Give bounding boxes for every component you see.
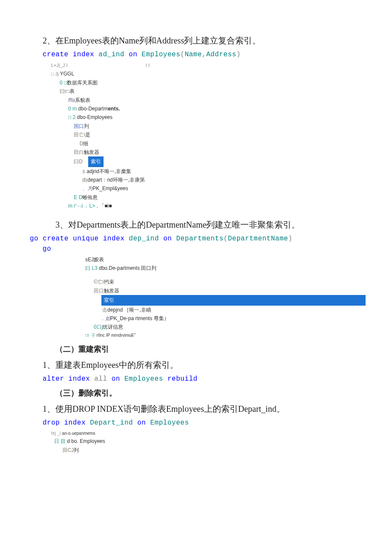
tree-label: 约束 [104,279,114,285]
kw-go: go [43,245,51,253]
kw-all: all [94,375,111,383]
tree-glyph: □ 2 [68,114,77,120]
tree-row: 室引 [85,295,371,305]
kw-create: create index [43,51,98,58]
tree-label: 列 [74,447,79,453]
tree-glyph: E D [74,194,82,200]
section-3-title: 3、对Departments表上的DepartmentName列建立唯一非聚集索… [55,219,371,231]
tree-row: l±j _i an-o.uepanmems [51,429,371,437]
tree-label: YGGL [60,71,74,77]
kw-on: on [112,375,124,383]
tree-glyph: 0 m [68,106,78,112]
tree-glyph: m r'﹁і 」L> [68,203,95,209]
tree-glyph: 击 [102,307,107,313]
tree-glyph: ©亡i [94,279,104,285]
tree-row: ©亡i约束 [85,278,371,286]
tree-label: adjrid不唯一,非糜集 [86,168,131,174]
tree-label: dbo-Employees [77,114,112,120]
open-paren: ( [180,51,184,58]
tree-label: 列 [84,123,89,129]
drop-title: 1、使用DROP INDEX语句删除表Employees上的索引Depart_i… [43,403,371,415]
tree-row: D细 [51,139,371,148]
tree-label: rIInc IP mrndrvimuE" [95,333,136,338]
tree-label-selected: 索引 [88,156,104,167]
kw-create: create unique index [43,235,129,243]
tree-label: dbo.De-partments 田口列 [99,265,156,271]
kw-drop: drop index [43,419,90,427]
tree-row [85,272,371,278]
tree-glyph: . 如 [102,315,110,321]
tree-row: □i 子 rIInc IP mrndrvimuE" [85,332,371,339]
idx-name: Depart_ind [90,419,137,427]
tree-glyph: □ Jj [51,71,60,76]
subsection-rebuild-heading: （二）重建索引 [55,344,371,354]
tree-row: ± adjrid不唯一,非糜集 [51,167,371,176]
code-line-s3: go create unique index dep_ind on Depart… [30,235,371,243]
tree-row: 曰D 索引 [51,156,371,167]
tree-row: 、为PK_Empl&yees [51,184,371,193]
kw-on: on [163,235,176,243]
col-name: DepartmentName [228,235,288,243]
tbl-name: Departments [176,235,223,243]
tree-label: PK_Empl&yees [92,185,128,191]
tree-glyph: 田口 [94,288,104,294]
col1: Name [184,51,202,58]
tree-glyph: 0口j [94,324,103,330]
tree-label: an-o.uepanmems [62,431,95,436]
tree-glyph: L+J|_J I [51,63,68,68]
tree-glyph: 田CJ [63,447,74,453]
tree-glyph: 田亡і [74,132,85,138]
tree-s2: L+J|_J I I I □ Jj YGGL 0 □数据库关系图 曰r□表 ff… [51,61,371,211]
tree-glyph: 、为 [82,185,92,191]
idx-name: dep_ind [129,235,163,243]
tree-row: 击depjnd ［唯一,非瞄 [85,306,371,314]
tree-glyph: □i 子 [85,333,95,338]
idx-name: ad_ind [98,51,129,58]
tree-row: 曰r□表 [51,87,371,95]
tree-row: . 如PK_De-pa rtments 尊集） [85,314,371,323]
tree-row: 0 m dbo-Departments. [51,104,371,113]
tree-glyph: 曰r□ [60,88,69,94]
code-line-s2: create index ad_ind on Employees(Name,Ad… [43,51,371,58]
tree-row: 田口触发器 [85,286,371,295]
tree-row: 0口j统讶信息 [85,323,371,331]
tree-row: 田亡і是 [51,130,371,139]
tree-glyph: I I [146,63,150,68]
tree-row: 田白触发器 [51,148,371,156]
tree-row: 日 目 d bo. Employees [51,437,371,445]
kw-go: go [30,235,43,243]
tree-row: m r'﹁і 」L> . 「■і■ [51,202,371,210]
tree-glyph: 由 [82,177,87,183]
col2: Address [206,51,236,58]
tree-row: 田CJ列 [51,446,371,454]
tree-label: PK_De-pa rtments 尊集） [110,315,169,321]
section-2-title: 2、在Employees表的Name列和Address列上建立复合索引。 [43,35,371,46]
tree-row: sEJ黢表 [85,255,371,264]
kw-on: on [137,419,150,427]
tree-row: fflа系貌表 [51,96,371,104]
rebuild-title: 1、重建表Employees中的所有索引。 [43,359,371,371]
tree-row: 由depart：nd环唯一,非康第 [51,176,371,184]
kw-on: on [129,51,141,58]
tree-label: . 「■і■ [95,203,112,209]
tree-row: 曰 L3 dbo.De-partments 田口列 [85,264,371,272]
tree-glyph: 曰D [74,159,83,165]
tree-s3: sEJ黢表 曰 L3 dbo.De-partments 田口列 ©亡i约束 田口… [85,255,371,339]
tree-row: □ Jj YGGL [51,69,371,78]
code-line-drop: drop index Depart_ind on Employees [43,419,371,427]
subsection-drop-heading: （三）删除索引。 [55,388,371,398]
tree-label: d bo. Employees [67,438,105,444]
tree-label-selected: 室引 [101,295,366,305]
tree-label: 数据库关系图 [67,80,98,86]
tree-label: 蜥侑息 [82,194,98,200]
code-line-rebuild: alter index all on Employees rebuild [43,375,371,383]
tree-row: E D蜥侑息 [51,193,371,202]
tbl-name: Employees [141,51,180,58]
tree-glyph: fflа [68,97,75,103]
tree-label: 触发器 [104,288,119,294]
tbl-name: Employees [124,375,167,383]
tree-label: 统讶信息 [103,324,123,330]
tree-glyph: 0 □ [60,80,67,86]
tree-drop: l±j _i an-o.uepanmems 日 目 d bo. Employee… [51,429,371,454]
tree-label: 表 [69,88,75,94]
